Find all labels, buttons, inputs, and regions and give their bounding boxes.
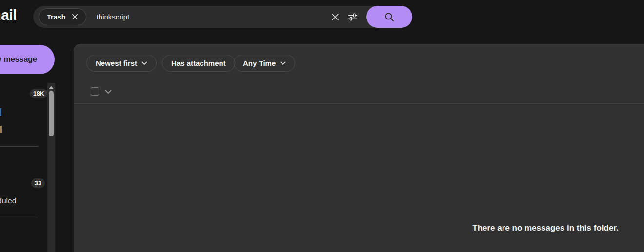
has-attachment-label: Has attachment [171,59,226,67]
search-input[interactable]: Trash thinkscript [33,6,412,28]
sidebar-scrollbar[interactable] [47,83,55,252]
search-scope-label: Trash [47,13,66,21]
sidebar-item-fragment-blue[interactable] [0,108,1,116]
new-message-label: New message [0,55,37,64]
sort-order-label: Newest first [96,59,137,67]
app-logo[interactable]: mail [0,7,17,23]
advanced-search-sliders-icon[interactable] [347,11,359,23]
search-clear-x-icon[interactable] [329,11,341,23]
list-header-divider [74,103,644,104]
sidebar-unread-badge: 18K [30,89,48,98]
sidebar-divider [0,146,38,147]
chevron-down-icon [280,61,286,65]
time-range-chip[interactable]: Any Time [234,55,295,72]
search-submit-button[interactable] [366,6,412,28]
empty-folder-message: There are no messages in this folder. [402,223,644,233]
search-query-text[interactable]: thinkscript [97,13,130,21]
sidebar-divider [0,218,38,218]
select-all-checkbox[interactable] [91,87,99,96]
has-attachment-chip[interactable]: Has attachment [162,55,235,72]
scrollbar-arrow-up-icon[interactable] [49,86,54,89]
sidebar-item-scheduled[interactable]: Scheduled [0,196,16,205]
magnifier-icon [384,12,395,22]
chevron-down-icon [141,61,147,65]
time-range-label: Any Time [243,59,276,67]
sidebar-count-badge: 33 [31,178,45,188]
new-message-button[interactable]: New message [0,45,55,74]
chip-remove-x-icon[interactable] [71,13,79,21]
search-scope-chip[interactable]: Trash [39,8,86,25]
sidebar-item-fragment-tan[interactable] [0,126,2,133]
select-menu-chevron-down-icon[interactable] [105,89,113,95]
app-window: mail Trash thinkscript N [0,0,644,252]
mailbox-panel: Newest first Has attachment Any Time The… [74,44,644,252]
sort-order-chip[interactable]: Newest first [86,55,157,72]
scrollbar-thumb[interactable] [49,91,54,136]
